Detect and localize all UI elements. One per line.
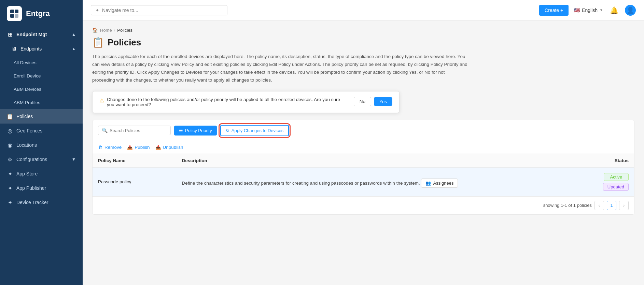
publish-link[interactable]: 📤 Publish	[127, 145, 150, 150]
confirm-no-button[interactable]: No	[354, 97, 371, 106]
notification-bell-icon[interactable]: 🔔	[608, 5, 619, 16]
svg-rect-0	[10, 10, 14, 13]
sidebar-item-locations[interactable]: ◉ Locations	[0, 138, 83, 152]
language-selector[interactable]: 🇺🇸 English ▼	[574, 8, 603, 13]
lang-chevron-icon: ▼	[600, 8, 603, 12]
breadcrumb-home[interactable]: Home	[100, 28, 112, 33]
cell-description: Define the characteristics and security …	[177, 167, 565, 196]
app-store-icon: ✦	[7, 171, 13, 177]
breadcrumb: 🏠 Home / Policies	[92, 27, 634, 33]
search-input[interactable]	[110, 128, 167, 133]
breadcrumb-sep: /	[114, 28, 115, 33]
device-tracker-icon: ✦	[7, 199, 13, 205]
breadcrumb-current: Policies	[117, 28, 132, 33]
sidebar-item-app-store[interactable]: ✦ App Store	[0, 167, 83, 181]
table-row: Passcode policy Define the characteristi…	[93, 167, 634, 196]
grid-icon: ⊞	[7, 31, 13, 38]
publish-icon: 📤	[127, 145, 133, 150]
remove-link[interactable]: 🗑 Remove	[98, 145, 122, 150]
svg-rect-2	[10, 14, 14, 18]
sidebar-item-endpoint-mgt[interactable]: ⊞ Endpoint Mgt ▲	[0, 27, 83, 42]
nav-input-wrap[interactable]: ✦	[91, 5, 227, 15]
cell-status: Active Updated	[565, 167, 634, 196]
sync-icon: ↻	[226, 128, 229, 133]
locations-icon: ◉	[7, 142, 13, 148]
remove-icon: 🗑	[98, 145, 103, 150]
logo-text: Entgra	[26, 9, 50, 18]
pagination-row: showing 1-1 of 1 policies ‹ 1 ›	[93, 197, 634, 214]
cell-policy-name: Passcode policy	[93, 167, 177, 196]
sidebar-item-abm-devices[interactable]: ABM Devices	[0, 83, 83, 96]
priority-icon: ☰	[179, 128, 183, 133]
search-icon: 🔍	[102, 128, 108, 133]
sidebar-item-device-tracker[interactable]: ✦ Device Tracker	[0, 195, 83, 210]
sidebar-item-configurations[interactable]: ⚙ Configurations ▼	[0, 152, 83, 167]
user-avatar[interactable]: 👤	[625, 5, 636, 16]
geo-fences-icon: ◎	[7, 128, 13, 134]
chevron-up-icon2: ▲	[72, 46, 76, 51]
confirm-popup: ⚠ Changes done to the following policies…	[92, 91, 400, 113]
page-title-row: 📋 Policies	[92, 37, 634, 48]
next-page-button[interactable]: ›	[619, 201, 629, 210]
sidebar-item-endpoints[interactable]: 🖥 Endpoints ▲	[0, 42, 83, 56]
confirm-popup-text: ⚠ Changes done to the following policies…	[99, 97, 347, 107]
policies-icon: 📋	[7, 113, 13, 119]
navigate-icon: ✦	[95, 8, 99, 13]
configurations-icon: ⚙	[7, 156, 13, 162]
col-status: Status	[565, 154, 634, 168]
logo-icon	[7, 6, 22, 21]
policy-table: Policy Name Description Status Passcode …	[93, 154, 634, 197]
policy-toolbar: 🔍 ☰ Policy Priority ↻ Apply Changes to D…	[93, 120, 634, 141]
apply-changes-button[interactable]: ↻ Apply Changes to Devices	[220, 125, 289, 136]
home-icon: 🏠	[92, 27, 98, 33]
assignees-button[interactable]: 👥 Assignees	[421, 179, 458, 188]
svg-rect-3	[15, 14, 18, 18]
sidebar-item-abm-profiles[interactable]: ABM Profiles	[0, 96, 83, 109]
sidebar-logo[interactable]: Entgra	[0, 0, 83, 27]
chevron-down-icon: ▼	[72, 157, 76, 162]
unpublish-icon: 📥	[155, 145, 161, 150]
svg-rect-1	[15, 10, 18, 13]
unpublish-link[interactable]: 📥 Unpublish	[155, 145, 183, 150]
page-content: 🏠 Home / Policies 📋 Policies The policie…	[83, 20, 644, 285]
topbar: ✦ Create + 🇺🇸 English ▼ 🔔 👤	[83, 0, 644, 20]
sidebar-item-all-devices[interactable]: All Devices	[0, 56, 83, 69]
chevron-up-icon: ▲	[72, 32, 76, 37]
action-row: 🗑 Remove 📤 Publish 📥 Unpublish	[93, 141, 634, 154]
page-title: Policies	[108, 37, 141, 48]
sidebar-item-policies[interactable]: 📋 Policies	[0, 109, 83, 124]
page-title-icon: 📋	[92, 37, 104, 48]
assignees-icon: 👥	[425, 181, 431, 186]
topbar-right: Create + 🇺🇸 English ▼ 🔔 👤	[539, 5, 636, 16]
status-updated-badge: Updated	[603, 183, 629, 191]
warning-icon: ⚠	[99, 97, 104, 104]
prev-page-button[interactable]: ‹	[594, 201, 604, 210]
policy-priority-button[interactable]: ☰ Policy Priority	[174, 126, 217, 136]
col-description: Description	[177, 154, 565, 168]
status-active-badge: Active	[604, 173, 629, 181]
endpoints-icon: 🖥	[11, 46, 17, 52]
page-description: The policies applicable for each of the …	[92, 53, 468, 84]
search-box[interactable]: 🔍	[98, 126, 171, 135]
sidebar-item-geo-fences[interactable]: ◎ Geo Fences	[0, 124, 83, 138]
confirm-message: Changes done to the following policies a…	[107, 97, 347, 107]
lang-label: English	[582, 8, 598, 13]
policy-area: 🔍 ☰ Policy Priority ↻ Apply Changes to D…	[92, 120, 634, 215]
sidebar-item-enroll-device[interactable]: Enroll Device	[0, 69, 83, 83]
pagination-showing: showing 1-1 of 1 policies	[543, 203, 592, 208]
col-policy-name: Policy Name	[93, 154, 177, 168]
page-number[interactable]: 1	[607, 201, 616, 210]
app-publisher-icon: ✦	[7, 185, 13, 191]
sidebar-item-app-publisher[interactable]: ✦ App Publisher	[0, 181, 83, 195]
flag-icon: 🇺🇸	[574, 8, 580, 13]
confirm-yes-button[interactable]: Yes	[374, 97, 392, 106]
create-button[interactable]: Create +	[539, 5, 569, 16]
main-content: ✦ Create + 🇺🇸 English ▼ 🔔 👤 🏠 Home / Pol…	[83, 0, 644, 285]
navigate-input[interactable]	[102, 8, 223, 13]
confirm-popup-actions: No Yes	[354, 97, 392, 106]
sidebar: Entgra ⊞ Endpoint Mgt ▲ 🖥 Endpoints ▲ Al…	[0, 0, 83, 285]
